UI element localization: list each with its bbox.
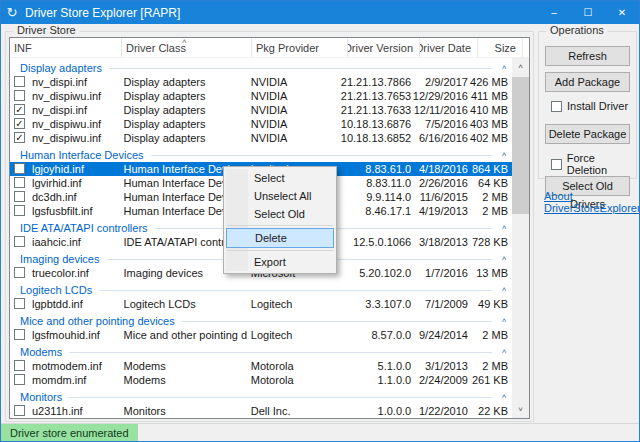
menu-item-delete[interactable]: Delete (226, 228, 334, 248)
minimize-button[interactable]: – (537, 1, 571, 24)
menu-item-export[interactable]: Export (226, 253, 334, 271)
inf-cell: ✓nv_dispi.inf (10, 103, 120, 117)
menu-separator (227, 250, 333, 251)
column-header-prov[interactable]: Pkg Provider (252, 38, 348, 57)
inf-cell: iaahcic.inf (10, 235, 120, 249)
row-checkbox[interactable] (14, 163, 25, 174)
inf-cell: truecolor.inf (10, 266, 120, 280)
row-checkbox[interactable] (14, 405, 25, 416)
column-header-label: Pkg Provider (256, 42, 319, 54)
group-name: IDE ATA/ATAPI controllers (10, 222, 148, 234)
group-collapse-icon[interactable]: ˄ (496, 63, 512, 73)
install-driver-checkbox[interactable]: Install Driver (551, 100, 628, 112)
driver-date-cell: 2/26/2016 (411, 176, 468, 190)
inf-name: truecolor.inf (32, 267, 89, 279)
checkbox-icon[interactable] (551, 101, 562, 112)
table-row[interactable]: momdm.infModemsMotorola1.1.0.02/24/20092… (10, 373, 512, 387)
menu-item-unselect-all[interactable]: Unselect All (226, 187, 334, 205)
driver-date-cell: 4/18/2016 (411, 162, 468, 176)
scrollbar-thumb[interactable] (512, 77, 529, 214)
context-menu: SelectUnselect AllSelect Old DriversDele… (223, 166, 337, 274)
driver-date-cell: 9/24/2014 (411, 328, 468, 342)
row-checkbox[interactable] (14, 177, 25, 188)
table-row[interactable]: nv_dispiwu.infDisplay adaptersNVIDIA21.2… (10, 89, 512, 103)
driver-date-cell: 4/19/2013 (411, 204, 468, 218)
table-row[interactable]: lgsfmouhid.infMice and other pointing de… (10, 328, 512, 342)
title-bar[interactable]: ↻ Driver Store Explorer [RAPR] – ☐ ✕ (1, 1, 639, 24)
driver-version-cell: 21.21.13.7653 (341, 89, 411, 103)
group-collapse-icon[interactable]: ˄ (496, 347, 512, 357)
driver-class-cell: Mice and other pointing devices (120, 328, 247, 342)
table-row[interactable]: ✓nv_dispiwu.infDisplay adaptersNVIDIA10.… (10, 117, 512, 131)
driver-version-cell: 8.57.0.0 (341, 328, 411, 342)
maximize-button[interactable]: ☐ (571, 1, 605, 24)
about-link[interactable]: About DriverStoreExplorer (544, 190, 640, 214)
inf-cell: lgvirhid.inf (10, 176, 120, 190)
row-checkbox[interactable] (14, 191, 25, 202)
driver-class-cell: Logitech LCDs (120, 297, 247, 311)
row-checkbox-checked[interactable]: ✓ (14, 132, 25, 143)
driver-date-cell: 2/9/2017 (411, 75, 468, 89)
column-header-ver[interactable]: Driver Version (348, 38, 420, 57)
table-row[interactable]: motmodem.infModemsMotorola5.1.0.03/1/201… (10, 359, 512, 373)
pkg-provider-cell: NVIDIA (247, 89, 341, 103)
checkbox-icon[interactable] (551, 159, 562, 170)
driver-version-cell: 8.83.61.0 (341, 162, 411, 176)
group-collapse-icon[interactable]: ˄ (496, 316, 512, 326)
menu-separator (227, 225, 333, 226)
group-collapse-icon[interactable]: ˄ (496, 254, 512, 264)
menu-item-select[interactable]: Select (226, 169, 334, 187)
window-title: Driver Store Explorer [RAPR] (23, 6, 180, 20)
driver-date-cell: 3/1/2013 (411, 359, 468, 373)
driver-date-cell: 11/6/2015 (411, 190, 468, 204)
row-checkbox[interactable] (14, 374, 25, 385)
scroll-down-icon[interactable]: ˅ (512, 401, 529, 418)
group-header: Logitech LCDs˄ (10, 280, 512, 297)
table-row[interactable]: lgpbtdd.infLogitech LCDsLogitech3.3.107.… (10, 297, 512, 311)
group-header: Mice and other pointing devices˄ (10, 311, 512, 328)
inf-cell: lgjoyhid.inf (10, 162, 120, 176)
row-checkbox-checked[interactable]: ✓ (14, 104, 25, 115)
row-checkbox[interactable] (14, 360, 25, 371)
inf-name: nv_dispiwu.inf (32, 132, 101, 144)
group-collapse-icon[interactable]: ˄ (496, 392, 512, 402)
column-header-class[interactable]: Driver Class˄ (122, 38, 252, 57)
table-row[interactable]: ✓nv_dispi.infDisplay adaptersNVIDIA21.21… (10, 103, 512, 117)
size-cell: 410 MB (468, 103, 512, 117)
table-row[interactable]: u2311h.infMonitorsDell Inc.1.0.0.01/22/2… (10, 404, 512, 418)
group-collapse-icon[interactable]: ˄ (496, 223, 512, 233)
driver-version-cell: 5.1.0.0 (341, 359, 411, 373)
refresh-button[interactable]: Refresh (545, 46, 630, 66)
column-header-inf[interactable]: INF (10, 38, 122, 57)
force-deletion-checkbox[interactable]: Force Deletion (551, 152, 636, 176)
driver-version-cell: 21.21.13.7866 (341, 75, 411, 89)
add-package-button[interactable]: Add Package (545, 72, 630, 92)
inf-cell: nv_dispi.inf (10, 75, 120, 89)
row-checkbox[interactable] (14, 205, 25, 216)
column-header-date[interactable]: Driver Date (420, 38, 478, 57)
row-checkbox[interactable] (14, 236, 25, 247)
vertical-scrollbar[interactable]: ˄ ˅ (512, 58, 529, 418)
close-button[interactable]: ✕ (605, 1, 639, 24)
app-icon: ↻ (1, 2, 23, 24)
row-checkbox[interactable] (14, 90, 25, 101)
table-row[interactable]: nv_dispi.infDisplay adaptersNVIDIA21.21.… (10, 75, 512, 89)
table-row[interactable]: ✓nv_dispiwu.infDisplay adaptersNVIDIA10.… (10, 131, 512, 145)
group-collapse-icon[interactable]: ˄ (496, 150, 512, 160)
row-checkbox[interactable] (14, 76, 25, 87)
size-cell: 2 MB (468, 328, 512, 342)
scroll-up-icon[interactable]: ˄ (512, 58, 529, 75)
row-checkbox[interactable] (14, 329, 25, 340)
row-checkbox[interactable] (14, 298, 25, 309)
row-checkbox-checked[interactable]: ✓ (14, 118, 25, 129)
column-header-size[interactable]: Size (478, 38, 523, 57)
driver-version-cell: 1.1.0.0 (341, 373, 411, 387)
group-divider (182, 321, 492, 322)
delete-package-button[interactable]: Delete Package (545, 124, 630, 144)
group-name: Display adapters (10, 62, 102, 74)
row-checkbox[interactable] (14, 267, 25, 278)
group-divider (109, 68, 492, 69)
group-name: Logitech LCDs (10, 284, 92, 296)
menu-item-select-old-drivers[interactable]: Select Old Drivers (226, 205, 334, 223)
group-collapse-icon[interactable]: ˄ (496, 285, 512, 295)
